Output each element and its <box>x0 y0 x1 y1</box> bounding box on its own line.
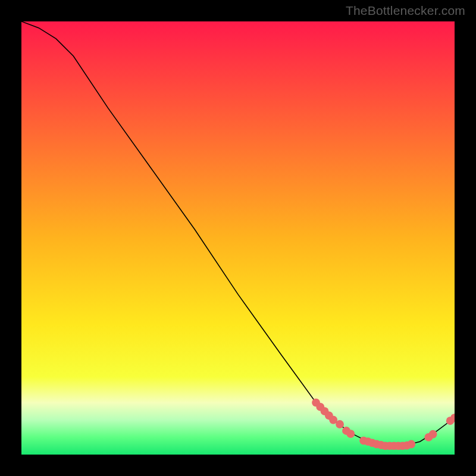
highlight-dot <box>407 440 415 449</box>
chart-container: TheBottlenecker.com <box>0 0 476 476</box>
highlight-dot <box>429 430 437 439</box>
highlight-dots <box>312 399 455 450</box>
watermark-text: TheBottlenecker.com <box>346 4 465 18</box>
plot-area <box>21 21 455 455</box>
highlight-dot <box>346 430 355 438</box>
highlight-dot <box>336 420 344 428</box>
bottleneck-curve <box>21 21 455 446</box>
curve-layer <box>21 21 455 455</box>
